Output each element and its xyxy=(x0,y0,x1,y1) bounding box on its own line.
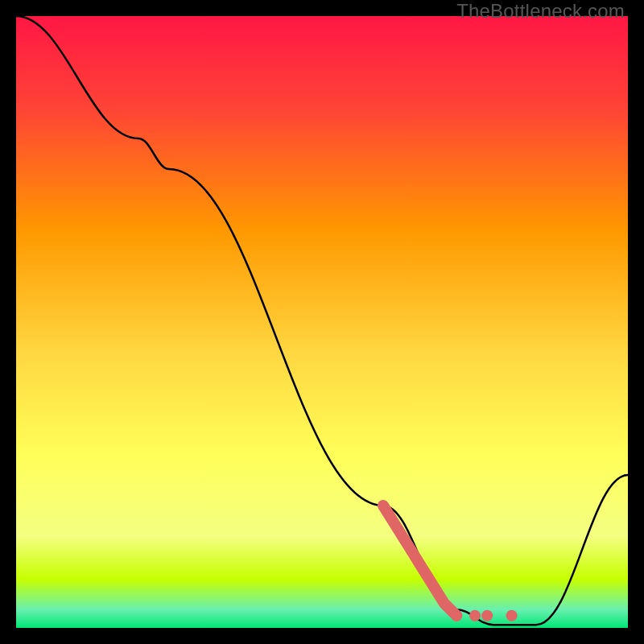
chart-container: TheBottleneck.com xyxy=(0,0,644,644)
watermark-label: TheBottleneck.com xyxy=(456,0,625,23)
highlight-dot xyxy=(469,610,481,621)
plot-border-right xyxy=(628,0,644,644)
highlight-dot xyxy=(506,610,518,621)
highlight-dot xyxy=(451,610,462,621)
gradient-background xyxy=(16,16,628,628)
plot-border-bottom xyxy=(0,628,644,644)
plot-border-left xyxy=(0,0,16,644)
highlight-dot xyxy=(481,610,493,621)
bottleneck-chart xyxy=(0,0,644,644)
